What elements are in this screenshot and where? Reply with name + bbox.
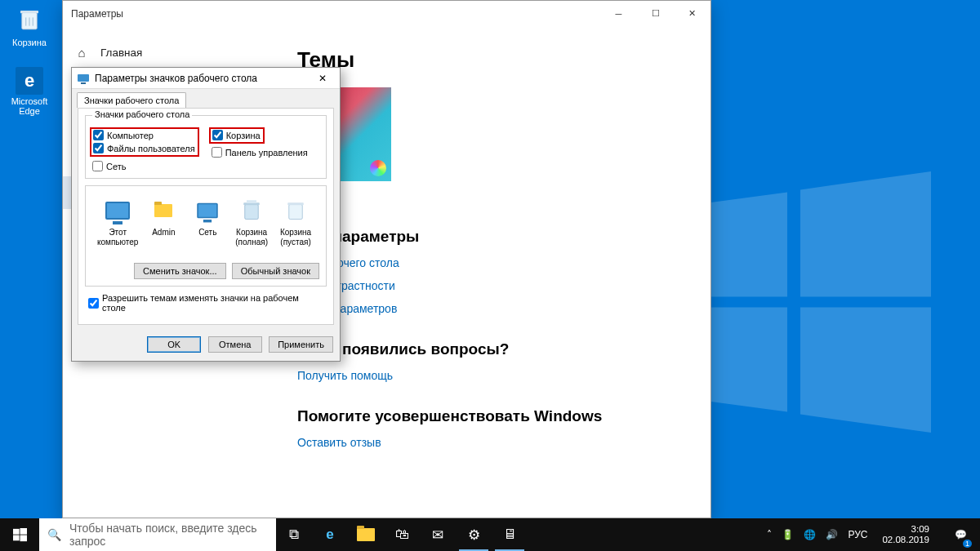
icon-recycle-full[interactable]: Корзина (полная) [233,197,270,247]
tray-battery-icon[interactable]: 🔋 [782,529,794,540]
chk-allow-themes[interactable]: Разрешить темам изменять значки на рабоч… [88,293,323,313]
default-icon-button[interactable]: Обычный значок [232,263,319,279]
sidebar-item-label: Главная [100,47,142,59]
close-button[interactable]: ✕ [674,1,710,26]
svg-marker-3 [800,307,931,433]
minimize-button[interactable]: ─ [600,1,637,26]
settings-title: Параметры [71,8,123,20]
svg-rect-5 [20,11,38,13]
link-feedback[interactable]: Оставить отзыв [297,436,381,449]
desktop-icon-edge[interactable]: e Microsoft Edge [5,67,54,116]
fieldset-legend: Значки рабочего стола [92,109,192,119]
chk-computer[interactable]: Компьютер [93,130,195,140]
desktop-icon-settings-dialog: Параметры значков рабочего стола ✕ Значк… [71,67,341,362]
sidebar-home[interactable]: ⌂ Главная [63,36,278,69]
search-icon: 🔍 [47,528,61,541]
taskbar-edge[interactable]: e [312,518,348,551]
desktop-icon-recycle-bin[interactable]: Корзина [5,3,54,47]
page-title: Темы [297,47,691,73]
tray-chevron-icon[interactable]: ˄ [767,529,772,540]
dialog-close-button[interactable]: ✕ [310,73,335,84]
icon-recycle-empty[interactable]: Корзина (пустая) [277,197,314,247]
notification-icon: 💬 [955,529,967,540]
icon-admin[interactable]: Admin [145,197,182,247]
svg-rect-12 [287,202,304,205]
icon-network[interactable]: Сеть [189,197,226,247]
sounds-label: звуки [297,191,691,203]
taskbar-mail[interactable]: ✉ [420,518,456,551]
chk-cpl[interactable]: Панель управления [212,147,308,158]
tray-volume-icon[interactable]: 🔊 [826,529,838,540]
cancel-button[interactable]: Отмена [208,336,262,353]
taskbar-search[interactable]: 🔍 Чтобы начать поиск, введите здесь запр… [39,518,276,551]
taskbar-settings[interactable]: ⚙ [456,518,492,551]
section-related: щие параметры [297,228,691,246]
svg-rect-10 [247,200,256,203]
change-icon-button[interactable]: Сменить значок... [134,263,226,279]
start-button[interactable] [0,518,39,551]
tray-notifications[interactable]: 💬 1 [944,518,977,551]
taskbar: 🔍 Чтобы начать поиск, введите здесь запр… [0,518,980,551]
icon-preview-list[interactable]: Этот компьютер Admin Сеть Корзина (полна… [92,189,319,258]
chk-userfiles[interactable]: Файлы пользователя [93,143,195,153]
svg-rect-6 [78,74,89,82]
task-view-button[interactable]: ⧉ [276,518,312,551]
svg-rect-15 [13,535,20,540]
maximize-button[interactable]: ☐ [637,1,674,26]
search-placeholder: Чтобы начать поиск, введите здесь запрос [69,522,268,548]
tray-language[interactable]: РУС [848,529,867,540]
svg-rect-11 [289,205,303,220]
desktop-icon-label: Корзина [5,38,54,47]
chk-recycle[interactable]: Корзина [212,130,261,140]
desktop-icon-label: Microsoft Edge [5,96,54,116]
section-help: У вас появились вопросы? [297,340,691,358]
recycle-bin-icon [13,3,46,36]
svg-rect-8 [245,205,259,220]
taskbar-running-app[interactable]: 🖥 [492,518,528,551]
home-icon: ⌂ [74,46,89,60]
svg-rect-16 [20,535,27,541]
taskbar-store[interactable]: 🛍 [384,518,420,551]
edge-icon: e [16,67,43,95]
svg-rect-7 [81,82,86,84]
dialog-icon [77,72,90,85]
notification-badge: 1 [963,540,972,548]
chk-network[interactable]: Сеть [92,161,319,171]
tray-clock[interactable]: 3:09 02.08.2019 [877,524,934,545]
svg-rect-14 [20,528,27,535]
settings-content: Темы звуки щие параметры ков рабочего ст… [278,26,710,518]
taskbar-explorer[interactable] [348,518,384,551]
link-help[interactable]: Получить помощь [297,369,393,382]
icon-this-pc[interactable]: Этот компьютер [97,197,138,247]
dialog-tab[interactable]: Значки рабочего стола [77,92,186,108]
svg-rect-13 [13,528,20,534]
dialog-title-label: Параметры значков рабочего стола [95,73,257,84]
apply-button[interactable]: Применить [269,336,333,353]
ok-button[interactable]: OK [147,336,201,353]
section-feedback: Помогите усовершенствовать Windows [297,407,691,425]
tray-network-icon[interactable]: 🌐 [804,529,816,540]
svg-marker-1 [800,171,931,297]
